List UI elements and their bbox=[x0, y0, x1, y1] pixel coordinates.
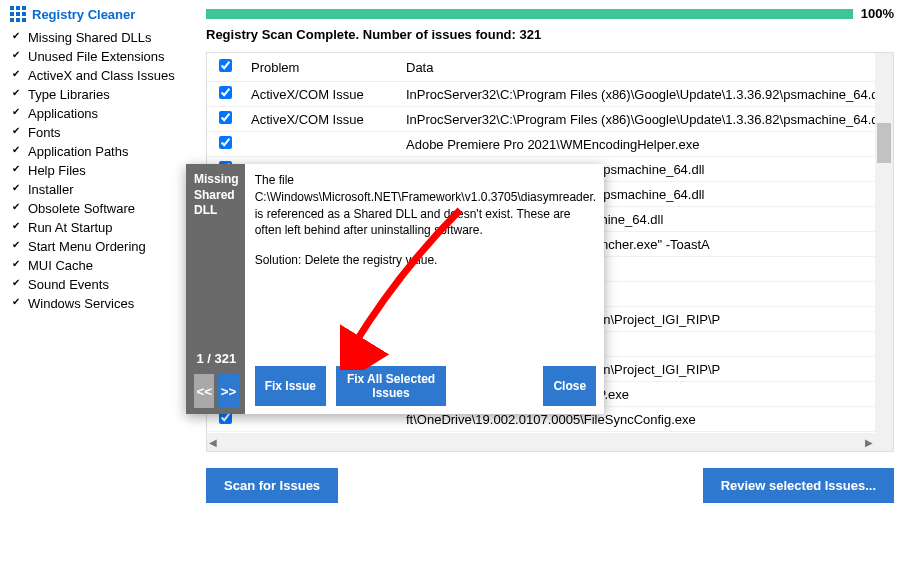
sidebar-item[interactable]: Installer bbox=[10, 180, 192, 199]
close-button[interactable]: Close bbox=[543, 366, 596, 406]
col-data[interactable]: Data bbox=[398, 53, 875, 82]
popup-msg-3: is referenced as a Shared DLL and doesn'… bbox=[255, 207, 571, 238]
sidebar-title: Registry Cleaner bbox=[32, 7, 135, 22]
popup-left-panel: Missing Shared DLL 1 / 321 << >> bbox=[186, 164, 245, 414]
sidebar-item[interactable]: Application Paths bbox=[10, 142, 192, 161]
col-problem[interactable]: Problem bbox=[243, 53, 398, 82]
popup-msg-1: The file bbox=[255, 173, 294, 187]
horizontal-scrollbar[interactable]: ◀ ▶ bbox=[207, 433, 875, 451]
footer-actions: Scan for Issues Review selected Issues..… bbox=[206, 468, 894, 503]
sidebar-item[interactable]: Start Menu Ordering bbox=[10, 237, 192, 256]
sidebar-item[interactable]: Unused File Extensions bbox=[10, 47, 192, 66]
sidebar-item[interactable]: Sound Events bbox=[10, 275, 192, 294]
sidebar-item[interactable]: Type Libraries bbox=[10, 85, 192, 104]
scan-button[interactable]: Scan for Issues bbox=[206, 468, 338, 503]
progress-percent: 100% bbox=[861, 6, 894, 21]
scrollbar-thumb[interactable] bbox=[877, 123, 891, 163]
row-checkbox[interactable] bbox=[219, 86, 232, 99]
table-row[interactable]: ActiveX/COM IssueInProcServer32\C:\Progr… bbox=[207, 107, 875, 132]
sidebar-item[interactable]: Obsolete Software bbox=[10, 199, 192, 218]
sidebar-item[interactable]: Missing Shared DLLs bbox=[10, 28, 192, 47]
col-check[interactable] bbox=[207, 53, 243, 82]
cell-data: InProcServer32\C:\Program Files (x86)\Go… bbox=[398, 82, 875, 107]
sidebar-item[interactable]: Fonts bbox=[10, 123, 192, 142]
sidebar-item[interactable]: Help Files bbox=[10, 161, 192, 180]
popup-actions: Fix Issue Fix All Selected Issues Close bbox=[255, 366, 596, 406]
scroll-left-icon[interactable]: ◀ bbox=[209, 437, 217, 448]
popup-body: The file C:\Windows\Microsoft.NET\Framew… bbox=[245, 164, 606, 414]
progress-row: 100% bbox=[206, 6, 894, 21]
fix-issue-button[interactable]: Fix Issue bbox=[255, 366, 326, 406]
vertical-scrollbar[interactable] bbox=[875, 53, 893, 433]
popup-title: Missing Shared DLL bbox=[194, 172, 239, 219]
cell-problem: ActiveX/COM Issue bbox=[243, 107, 398, 132]
scroll-right-icon[interactable]: ▶ bbox=[865, 437, 873, 448]
sidebar-item[interactable]: ActiveX and Class Issues bbox=[10, 66, 192, 85]
issue-detail-popup: Missing Shared DLL 1 / 321 << >> The fil… bbox=[186, 164, 604, 414]
sidebar-item[interactable]: MUI Cache bbox=[10, 256, 192, 275]
scan-summary: Registry Scan Complete. Number of issues… bbox=[206, 27, 894, 42]
next-button[interactable]: >> bbox=[218, 374, 238, 408]
sidebar-category-list: Missing Shared DLLsUnused File Extension… bbox=[10, 28, 192, 313]
sidebar: Registry Cleaner Missing Shared DLLsUnus… bbox=[0, 0, 200, 567]
row-checkbox[interactable] bbox=[219, 136, 232, 149]
popup-nav: << >> bbox=[194, 374, 239, 408]
sidebar-item[interactable]: Run At Startup bbox=[10, 218, 192, 237]
popup-msg-2: C:\Windows\Microsoft.NET\Framework\v1.0.… bbox=[255, 190, 596, 204]
prev-button[interactable]: << bbox=[194, 374, 214, 408]
popup-counter: 1 / 321 bbox=[194, 351, 239, 366]
cell-problem bbox=[243, 132, 398, 157]
cell-data: InProcServer32\C:\Program Files (x86)\Go… bbox=[398, 107, 875, 132]
row-checkbox[interactable] bbox=[219, 111, 232, 124]
table-row[interactable]: ActiveX/COM IssueInProcServer32\C:\Progr… bbox=[207, 82, 875, 107]
select-all-checkbox[interactable] bbox=[219, 59, 232, 72]
cell-data: Adobe Premiere Pro 2021\WMEncodingHelper… bbox=[398, 132, 875, 157]
popup-solution: Solution: Delete the registry value. bbox=[255, 253, 596, 267]
popup-message: The file C:\Windows\Microsoft.NET\Framew… bbox=[255, 172, 596, 239]
grid-icon bbox=[10, 6, 26, 22]
review-button[interactable]: Review selected Issues... bbox=[703, 468, 894, 503]
scrollbar-corner bbox=[875, 433, 893, 451]
sidebar-item[interactable]: Applications bbox=[10, 104, 192, 123]
cell-problem: ActiveX/COM Issue bbox=[243, 82, 398, 107]
progress-bar bbox=[206, 9, 853, 19]
sidebar-header[interactable]: Registry Cleaner bbox=[10, 6, 192, 22]
fix-all-button[interactable]: Fix All Selected Issues bbox=[336, 366, 446, 406]
table-row[interactable]: Adobe Premiere Pro 2021\WMEncodingHelper… bbox=[207, 132, 875, 157]
sidebar-item[interactable]: Windows Services bbox=[10, 294, 192, 313]
